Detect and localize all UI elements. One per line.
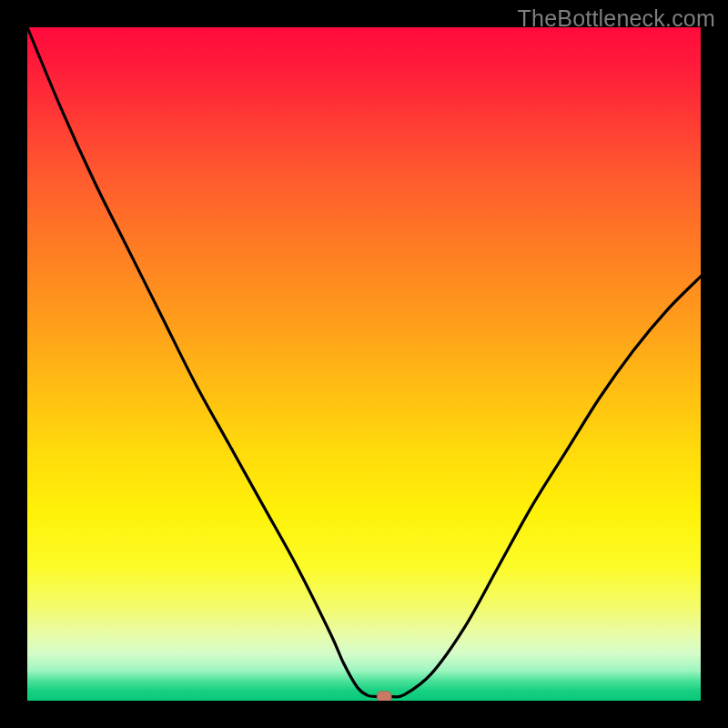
curve-layer	[27, 27, 701, 701]
optimal-point-marker	[377, 692, 391, 701]
bottleneck-curve	[27, 27, 701, 697]
plot-area	[27, 27, 701, 701]
chart-frame: TheBottleneck.com	[0, 0, 728, 728]
